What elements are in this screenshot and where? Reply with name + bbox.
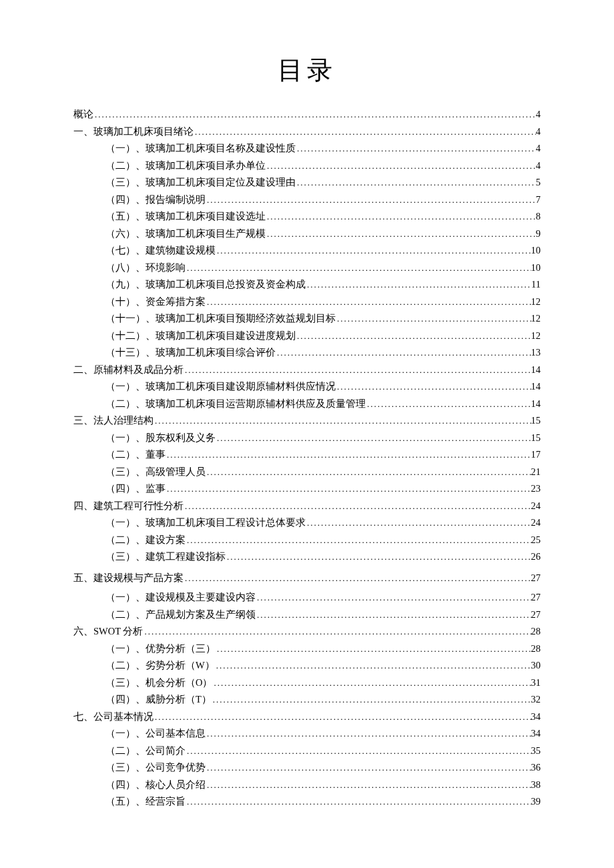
toc-leader-dots bbox=[184, 362, 531, 379]
toc-leader-dots bbox=[226, 549, 531, 566]
toc-entry: （一）、股东权利及义务15 bbox=[73, 430, 541, 447]
toc-entry: （九）、玻璃加工机床项目总投资及资金构成11 bbox=[73, 276, 541, 294]
toc-entry-label: （三）、公司竞争优势 bbox=[105, 759, 206, 776]
toc-entry-label: （二）、建设方案 bbox=[105, 532, 186, 548]
toc-entry-page: 14 bbox=[531, 362, 541, 378]
toc-entry-page: 5 bbox=[536, 174, 541, 191]
toc-entry-label: （八）、环境影响 bbox=[105, 260, 186, 276]
toc-entry-page: 9 bbox=[536, 226, 541, 242]
toc-leader-dots bbox=[266, 226, 536, 243]
toc-leader-dots bbox=[306, 277, 531, 294]
toc-entry-label: 四、建筑工程可行性分析 bbox=[73, 498, 184, 514]
toc-entry-label: （二）、玻璃加工机床项目承办单位 bbox=[105, 157, 266, 174]
toc-leader-dots bbox=[216, 430, 531, 447]
toc-entry-label: （一）、公司基本信息 bbox=[105, 725, 206, 742]
toc-entry-label: （十）、资金筹措方案 bbox=[105, 294, 206, 310]
toc-entry: （三）、建筑工程建设指标26 bbox=[73, 548, 541, 566]
toc-leader-dots bbox=[215, 658, 531, 675]
toc-entry-page: 35 bbox=[531, 743, 541, 759]
toc-leader-dots bbox=[296, 328, 531, 345]
toc-entry-page: 27 bbox=[531, 606, 541, 623]
toc-entry-page: 38 bbox=[531, 777, 541, 793]
toc-entry-page: 34 bbox=[531, 709, 541, 725]
toc-entry-page: 15 bbox=[531, 412, 541, 429]
page-title: 目录 bbox=[73, 53, 541, 87]
toc-leader-dots bbox=[154, 709, 531, 726]
toc-leader-dots bbox=[256, 607, 531, 624]
toc-entry-page: 7 bbox=[536, 191, 541, 208]
toc-entry: （五）、玻璃加工机床项目建设选址8 bbox=[73, 208, 541, 226]
toc-entry-page: 24 bbox=[531, 514, 541, 531]
toc-entry: （四）、监事23 bbox=[73, 480, 541, 498]
toc-entry-label: 一、玻璃加工机床项目绪论 bbox=[73, 123, 194, 140]
toc-entry-label: （四）、威胁分析（T） bbox=[105, 691, 212, 708]
toc-entry-label: （一）、建设规模及主要建设内容 bbox=[105, 589, 256, 606]
toc-entry-page: 13 bbox=[531, 344, 541, 361]
toc-leader-dots bbox=[206, 464, 531, 481]
toc-entry-page: 30 bbox=[531, 657, 541, 674]
toc-entry-label: （一）、优势分析（三） bbox=[105, 640, 216, 657]
toc-entry-label: 概论 bbox=[73, 106, 93, 123]
toc-entry: （十三）、玻璃加工机床项目综合评价13 bbox=[73, 344, 541, 362]
toc-entry-page: 23 bbox=[531, 480, 541, 497]
toc-leader-dots bbox=[194, 124, 536, 141]
toc-entry-page: 25 bbox=[531, 532, 541, 548]
toc-entry: 一、玻璃加工机床项目绪论4 bbox=[73, 123, 541, 141]
toc-leader-dots bbox=[366, 396, 531, 413]
toc-leader-dots bbox=[336, 379, 531, 396]
toc-entry: （二）、董事17 bbox=[73, 446, 541, 464]
toc-leader-dots bbox=[206, 726, 531, 743]
toc-entry-page: 24 bbox=[531, 498, 541, 514]
toc-entry-label: 七、公司基本情况 bbox=[73, 709, 154, 725]
toc-entry-label: （十二）、玻璃加工机床项目建设进度规划 bbox=[105, 328, 296, 344]
toc-entry-label: （二）、产品规划方案及生产纲领 bbox=[105, 606, 256, 623]
toc-leader-dots bbox=[276, 345, 531, 362]
toc-entry: （四）、核心人员介绍38 bbox=[73, 777, 541, 794]
toc-leader-dots bbox=[306, 515, 531, 532]
toc-entry: （一）、玻璃加工机床项目工程设计总体要求24 bbox=[73, 514, 541, 532]
toc-entry: （三）、玻璃加工机床项目定位及建设理由5 bbox=[73, 174, 541, 191]
toc-entry-label: 五、建设规模与产品方案 bbox=[73, 570, 184, 586]
toc-entry-page: 14 bbox=[531, 396, 541, 412]
toc-leader-dots bbox=[166, 481, 531, 498]
toc-leader-dots bbox=[186, 743, 531, 760]
toc-entry-label: （二）、玻璃加工机床项目运营期原辅材料供应及质量管理 bbox=[105, 396, 366, 412]
toc-entry: （三）、高级管理人员21 bbox=[73, 464, 541, 481]
toc-entry-label: （五）、玻璃加工机床项目建设选址 bbox=[105, 208, 266, 225]
toc-entry-page: 36 bbox=[531, 759, 541, 776]
toc-entry-label: （十一）、玻璃加工机床项目预期经济效益规划目标 bbox=[105, 310, 336, 327]
toc-entry-page: 10 bbox=[531, 260, 541, 276]
toc-entry-label: （十三）、玻璃加工机床项目综合评价 bbox=[105, 344, 276, 361]
toc-entry-label: 二、原辅材料及成品分析 bbox=[73, 362, 184, 378]
toc-entry-page: 14 bbox=[531, 378, 541, 395]
toc-entry: （五）、经营宗旨39 bbox=[73, 793, 541, 811]
toc-leader-dots bbox=[93, 107, 536, 123]
toc-entry-page: 12 bbox=[531, 310, 541, 327]
toc-entry-page: 34 bbox=[531, 725, 541, 742]
toc-leader-dots bbox=[266, 158, 536, 175]
toc-entry-label: 三、法人治理结构 bbox=[73, 412, 154, 429]
toc-entry-label: （四）、报告编制说明 bbox=[105, 191, 206, 208]
toc-entry-page: 28 bbox=[531, 623, 541, 640]
toc-entry: 六、SWOT 分析28 bbox=[73, 623, 541, 640]
toc-leader-dots bbox=[206, 777, 531, 794]
toc-leader-dots bbox=[336, 311, 531, 328]
toc-entry: （八）、环境影响10 bbox=[73, 260, 541, 277]
toc-leader-dots bbox=[216, 641, 531, 658]
toc-leader-dots bbox=[216, 243, 531, 260]
toc-entry: 四、建筑工程可行性分析24 bbox=[73, 498, 541, 515]
toc-entry: （四）、报告编制说明7 bbox=[73, 191, 541, 209]
toc-leader-dots bbox=[206, 192, 536, 209]
toc-entry-label: （二）、劣势分析（W） bbox=[105, 657, 215, 674]
toc-leader-dots bbox=[212, 675, 531, 692]
toc-leader-dots bbox=[143, 624, 531, 640]
toc-entry-label: （六）、玻璃加工机床项目生产规模 bbox=[105, 226, 266, 242]
toc-entry: （十二）、玻璃加工机床项目建设进度规划12 bbox=[73, 328, 541, 345]
toc-entry-page: 10 bbox=[531, 242, 541, 259]
toc-entry: （四）、威胁分析（T）32 bbox=[73, 691, 541, 709]
toc-entry: （十一）、玻璃加工机床项目预期经济效益规划目标12 bbox=[73, 310, 541, 328]
toc-entry-page: 12 bbox=[531, 328, 541, 344]
toc-entry-label: （一）、股东权利及义务 bbox=[105, 430, 216, 446]
toc-leader-dots bbox=[154, 413, 531, 430]
toc-entry: （十）、资金筹措方案12 bbox=[73, 294, 541, 311]
